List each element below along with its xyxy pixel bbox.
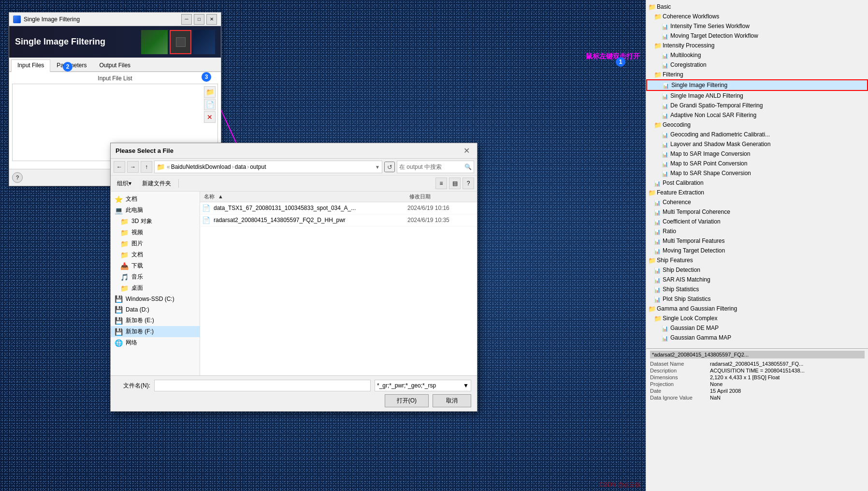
tree-item-de-grandi[interactable]: 📊 De Grandi Spatio-Temporal Filtering xyxy=(646,101,868,110)
starred-folder-icon: ⭐ xyxy=(115,195,123,203)
tree-item-label: Ship Detection xyxy=(663,266,700,274)
tree-item-coregistration[interactable]: 📊 Coregistration xyxy=(646,60,868,70)
tree-item-geocoding[interactable]: 📁 Geocoding xyxy=(646,120,868,130)
nav-item-drive-c[interactable]: 💾 Windows-SSD (C:) xyxy=(111,294,200,304)
tree-item-map-sar-image[interactable]: 📊 Map to SAR Image Conversion xyxy=(646,149,868,159)
badge-2: 2 xyxy=(63,62,72,72)
doc-icon: 📊 xyxy=(654,295,662,303)
view-list-button[interactable]: ≡ xyxy=(435,178,447,189)
drive-f-icon: 💾 xyxy=(115,328,123,336)
nav-item-label: 新加卷 (F:) xyxy=(126,327,154,336)
tree-item-ship-detection[interactable]: 📊 Ship Detection xyxy=(646,265,868,275)
file-icon-1: 📄 xyxy=(202,204,212,212)
folder-downloads-icon: 📥 xyxy=(120,262,129,270)
nav-item-network[interactable]: 🌐 网络 xyxy=(111,337,200,348)
tree-item-single-image-filtering[interactable]: 📊 Single Image Filtering xyxy=(646,79,868,91)
tree-item-label: Map to SAR Shape Conversion xyxy=(670,169,751,178)
tree-item-coherence-workflows[interactable]: 📁 Coherence Workflows xyxy=(646,12,868,21)
tree-item-post-calibration[interactable]: 📊 Post Calibration xyxy=(646,178,868,188)
tree-item-label: Intensity Time Series Workflow xyxy=(670,22,750,30)
nav-item-starred[interactable]: ⭐ 文档 xyxy=(111,193,200,205)
delete-file-button[interactable]: ✕ xyxy=(204,111,216,123)
help-button[interactable]: ? xyxy=(12,172,23,183)
tree-item-sar-ais[interactable]: 📊 SAR AIS Matching xyxy=(646,275,868,284)
organize-button[interactable]: 组织▾ xyxy=(114,178,135,189)
tree-item-geocoding-radiometric[interactable]: 📊 Geocoding and Radiometric Calibrati... xyxy=(646,130,868,139)
nav-item-drive-f[interactable]: 💾 新加卷 (F:) xyxy=(111,326,200,337)
nav-item-desktop[interactable]: 📁 桌面 xyxy=(111,283,200,294)
address-dropdown-icon[interactable]: ▼ xyxy=(375,164,380,170)
address-bar[interactable]: 📁 « BaiduNetdiskDownload › data › output… xyxy=(154,161,382,173)
close-button[interactable]: ✕ xyxy=(206,14,217,25)
view-details-button[interactable]: ▤ xyxy=(449,178,461,189)
tree-item-multi-temporal-coh[interactable]: 📊 Multi Temporal Coherence xyxy=(646,207,868,217)
nav-item-3d[interactable]: 📁 3D 对象 xyxy=(111,216,200,227)
tree-item-plot-ship-stats[interactable]: 📊 Plot Ship Statistics xyxy=(646,294,868,304)
sif-tabs: Input Files Parameters Output Files xyxy=(9,58,221,72)
tab-input-files[interactable]: Input Files xyxy=(11,60,50,72)
folder-icon: 📁 xyxy=(654,314,662,322)
file-date-2: 2024/6/19 10:35 xyxy=(407,217,475,223)
tree-item-intensity-proc[interactable]: 📁 Intensity Processing xyxy=(646,41,868,50)
open-button[interactable]: 打开(O) xyxy=(385,394,429,407)
nav-item-video[interactable]: 📁 视频 xyxy=(111,227,200,238)
new-folder-button[interactable]: 新建文件夹 xyxy=(139,178,174,189)
tree-item-filtering[interactable]: 📁 Filtering xyxy=(646,70,868,79)
tree-item-gaussian-de-map[interactable]: 📊 Gaussian DE MAP xyxy=(646,323,868,333)
view-help-button[interactable]: ? xyxy=(463,178,474,189)
dialog-close-button[interactable]: ✕ xyxy=(461,145,472,157)
nav-item-downloads[interactable]: 📥 下载 xyxy=(111,260,200,271)
nav-item-computer[interactable]: 💻 此电脑 xyxy=(111,205,200,216)
tree-item-gaussian-gamma-map[interactable]: 📊 Gaussian Gamma MAP xyxy=(646,333,868,342)
tree-item-gamma-gaussian[interactable]: 📁 Gamma and Gaussian Filtering xyxy=(646,304,868,313)
search-box[interactable]: 在 output 中搜索 🔍 xyxy=(397,161,474,173)
nav-item-documents[interactable]: 📁 文档 xyxy=(111,249,200,260)
chinese-annotation: 鼠标左键双击打开 xyxy=(586,52,640,61)
nav-up-button[interactable]: ↑ xyxy=(141,161,152,173)
tree-item-map-sar-shape[interactable]: 📊 Map to SAR Shape Conversion xyxy=(646,168,868,178)
nav-forward-button[interactable]: → xyxy=(127,161,139,173)
tree-item-intensity-ts[interactable]: 📊 Intensity Time Series Workflow xyxy=(646,21,868,31)
cancel-button[interactable]: 取消 xyxy=(433,394,471,407)
file-row[interactable]: 📄 radarsat2_20080415_143805597_FQ2_D_HH_… xyxy=(200,214,477,226)
tree-item-coherence[interactable]: 📊 Coherence xyxy=(646,197,868,207)
tree-item-label: Basic xyxy=(657,2,671,11)
filetype-select[interactable]: *_gr;*_pwr;*_geo;*_rsp ▼ xyxy=(375,380,471,391)
file-row[interactable]: 📄 data_TSX1_67_20080131_100345833_spot_0… xyxy=(200,202,477,214)
tree-item-single-image-anld[interactable]: 📊 Single Image ANLD Filtering xyxy=(646,91,868,101)
tree-item-map-sar-point[interactable]: 📊 Map to SAR Point Conversion xyxy=(646,159,868,168)
tree-item-feature-extraction[interactable]: 📁 Feature Extraction xyxy=(646,188,868,197)
doc-icon: 📊 xyxy=(662,334,669,342)
tree-item-single-look-complex[interactable]: 📁 Single Look Complex xyxy=(646,313,868,323)
tree-item-layover-shadow[interactable]: 📊 Layover and Shadow Mask Generation xyxy=(646,139,868,149)
maximize-button[interactable]: □ xyxy=(194,14,204,25)
col-date-header[interactable]: 修改日期 xyxy=(407,192,475,201)
tree-item-basic[interactable]: 📁 Basic xyxy=(646,2,868,12)
tree-item-ship-features[interactable]: 📁 Ship Features xyxy=(646,255,868,265)
info-value-dimensions: 2,120 x 4,433 x 1 [BSQ] Float xyxy=(710,374,780,380)
nav-item-drive-e[interactable]: 💾 新加卷 (E:) xyxy=(111,315,200,326)
tab-output-files[interactable]: Output Files xyxy=(93,60,137,71)
nav-item-drive-d[interactable]: 💾 Data (D:) xyxy=(111,304,200,315)
nav-item-music[interactable]: 🎵 音乐 xyxy=(111,271,200,283)
info-value-data-ignore: NaN xyxy=(710,395,721,401)
info-row-projection: Projection None xyxy=(650,381,865,387)
tree-item-ship-stats[interactable]: 📊 Ship Statistics xyxy=(646,284,868,294)
tree-item-moving-target-det[interactable]: 📊 Moving Target Detection xyxy=(646,246,868,255)
tree-item-moving-target-wf[interactable]: 📊 Moving Target Detection Workflow xyxy=(646,31,868,41)
tree-item-multilooking[interactable]: 📊 Multilooking xyxy=(646,50,868,60)
col-name-header[interactable]: 名称 ▲ xyxy=(202,192,407,201)
tree-item-label: Coherence Workflows xyxy=(663,12,719,21)
tree-item-adaptive-nlsar[interactable]: 📊 Adaptive Non Local SAR Filtering xyxy=(646,110,868,120)
tree-item-coefficient-variation[interactable]: 📊 Coefficient of Variation xyxy=(646,217,868,226)
nav-item-pictures[interactable]: 📁 图片 xyxy=(111,238,200,249)
edit-file-button[interactable]: 📄 xyxy=(204,99,216,110)
tree-item-label: Gaussian DE MAP xyxy=(670,324,719,332)
tree-item-multi-temporal-features[interactable]: 📊 Multi Temporal Features xyxy=(646,236,868,246)
add-file-button[interactable]: 📁 xyxy=(204,86,216,98)
nav-back-button[interactable]: ← xyxy=(114,161,125,173)
tree-item-ratio[interactable]: 📊 Ratio xyxy=(646,226,868,236)
filename-input[interactable] xyxy=(154,380,371,391)
minimize-button[interactable]: ─ xyxy=(181,14,192,25)
refresh-button[interactable]: ↺ xyxy=(384,162,395,172)
